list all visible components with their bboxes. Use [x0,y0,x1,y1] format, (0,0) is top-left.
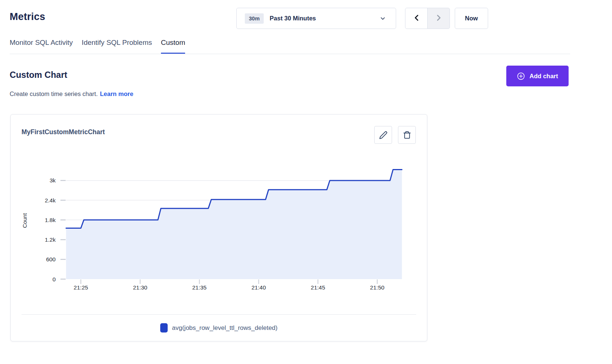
metrics-tabs: Monitor SQL Activity Identify SQL Proble… [10,38,185,54]
time-window-nav [405,8,450,29]
tabs-divider [10,54,570,54]
delete-chart-button[interactable] [398,126,416,144]
chevron-right-icon [434,13,444,24]
pencil-icon [379,131,388,139]
time-range-dropdown[interactable]: 30m Past 30 Minutes [236,8,396,29]
time-range-label: Past 30 Minutes [270,15,316,22]
chevron-down-icon [379,15,386,22]
page-title: Metrics [10,11,45,23]
custom-chart-card: MyFirstCustomMetricChart avg(jobs_row_le… [10,114,427,341]
chart-title: MyFirstCustomMetricChart [22,128,105,136]
learn-more-link[interactable]: Learn more [100,90,134,97]
section-subtitle: Create custom time series chart.Learn mo… [10,90,133,97]
legend-label: avg(jobs_row_level_ttl_rows_deleted) [172,324,277,332]
subtitle-text: Create custom time series chart. [10,90,98,97]
tab-monitor-sql-activity[interactable]: Monitor SQL Activity [10,38,73,54]
add-chart-label: Add chart [529,73,558,80]
tab-identify-sql-problems[interactable]: Identify SQL Problems [82,38,152,54]
legend-divider [22,314,416,315]
metrics-page: Metrics 30m Past 30 Minutes Now Monitor … [0,0,612,364]
plus-circle-icon [517,72,525,80]
edit-chart-button[interactable] [374,126,392,144]
now-button[interactable]: Now [455,8,488,29]
trash-icon [403,131,411,139]
previous-window-button[interactable] [405,8,428,29]
chevron-left-icon [412,13,421,24]
next-window-button[interactable] [427,8,450,29]
time-range-badge: 30m [245,13,264,24]
tab-custom[interactable]: Custom [161,38,185,54]
legend-swatch [160,323,168,332]
legend-item[interactable]: avg(jobs_row_level_ttl_rows_deleted) [11,323,427,332]
add-chart-button[interactable]: Add chart [506,66,569,86]
section-title: Custom Chart [10,70,67,80]
